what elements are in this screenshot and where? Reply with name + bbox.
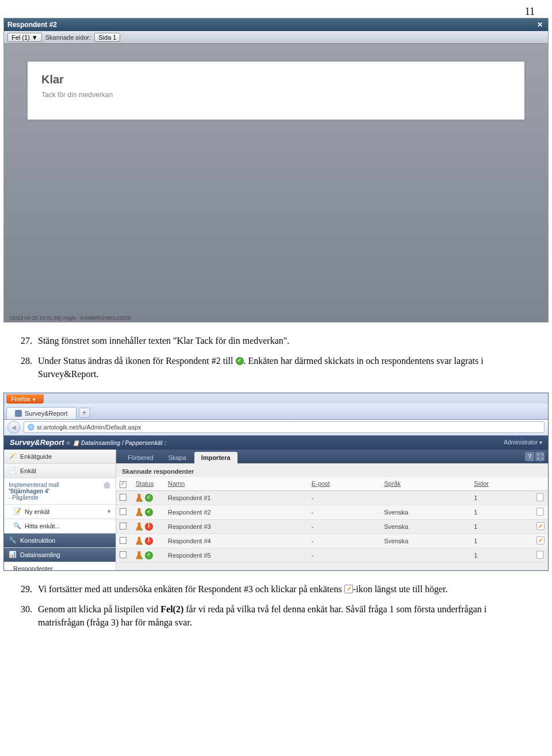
page-button[interactable]: Sida 1 [94, 33, 120, 42]
tab-bar: Survey&Report + [4, 404, 548, 420]
sidebar-item-enkat[interactable]: 📄Enkät [4, 464, 116, 478]
row-checkbox[interactable] [120, 537, 126, 544]
status-ok-icon [145, 551, 153, 559]
list-text-30: Genom att klicka på listpilen vid Fel(2)… [38, 603, 531, 629]
cell-name: Respondent #5 [164, 548, 308, 562]
sidebar-item-data[interactable]: 📊Datainsamling [4, 548, 116, 562]
row-checkbox[interactable] [120, 494, 126, 501]
new-tab-button[interactable]: + [79, 408, 90, 418]
cell-email: - [308, 534, 381, 548]
app-title: Survey&Report « 📋 Datainsamling / Papper… [10, 438, 166, 447]
globe-icon [28, 424, 34, 431]
cell-email: - [308, 490, 381, 505]
new-icon: 📝 [13, 508, 21, 516]
cell-pages: 1 [470, 534, 533, 548]
user-icon [136, 494, 143, 502]
status-error-icon [145, 537, 153, 545]
wizard-icon: 🪄 [9, 452, 17, 460]
search-icon: 🔍 [13, 522, 21, 530]
cell-lang: Svenska [381, 534, 470, 548]
cell-lang [381, 548, 470, 562]
edit-icon [344, 585, 353, 593]
completion-panel: Klar Tack för din medverkan [27, 61, 525, 120]
admin-label[interactable]: Administrator ▾ [504, 439, 542, 446]
row-checkbox[interactable] [120, 523, 126, 529]
list-text-28: Under Status ändras då ikonen för Respon… [38, 354, 531, 381]
sidebar-item-guide[interactable]: 🪄Enkätguide [4, 450, 116, 464]
col-email[interactable]: E-post [308, 477, 381, 491]
panel-heading: Klar [41, 73, 511, 86]
sidebar-item-construction[interactable]: 🔧Konstruktion [4, 534, 116, 548]
cell-name: Respondent #3 [164, 519, 308, 534]
favicon-icon [15, 410, 22, 417]
edit-icon[interactable] [536, 522, 545, 530]
row-checkbox[interactable] [120, 551, 126, 558]
url-bar-row: ◄ sr.artologik.net/lu/Admin/Default.aspx [4, 420, 548, 436]
edit-icon[interactable] [536, 536, 545, 544]
col-name[interactable]: Namn [164, 477, 308, 491]
col-status[interactable]: Status [132, 477, 164, 491]
check-icon [236, 357, 244, 365]
status-ok-icon [145, 508, 153, 516]
close-icon[interactable]: ✕ [535, 20, 545, 29]
list-text-29: Vi fortsätter med att undersöka enkäten … [38, 582, 531, 596]
user-icon [136, 551, 143, 559]
modal-screenshot: Respondent #2 ✕ Fel (1) ▼ Skannade sidor… [3, 18, 549, 323]
col-checkbox [116, 477, 132, 491]
home-icon[interactable] [103, 482, 111, 489]
chevron-icon: ▾ [108, 508, 111, 515]
tab-forbered[interactable]: Förbered [121, 452, 160, 463]
help-icon[interactable]: ? [525, 452, 534, 461]
tools-icon: 🔧 [9, 536, 17, 544]
tab-skapa[interactable]: Skapa [162, 452, 193, 463]
survey-icon: 📄 [9, 467, 17, 475]
main-area: Förbered Skapa Importera ? ⛶ Skannade re… [116, 450, 548, 571]
list-number: 29. [21, 582, 38, 596]
cell-email: - [308, 519, 381, 534]
table-row: Respondent #1-1 [116, 490, 548, 505]
cell-lang: Svenska [381, 519, 470, 534]
back-button[interactable]: ◄ [7, 421, 20, 433]
cell-name: Respondent #2 [164, 505, 308, 519]
row-checkbox[interactable] [120, 508, 126, 515]
tab-importera[interactable]: Importera [194, 452, 237, 463]
document-icon[interactable] [536, 493, 543, 501]
list-text-27: Stäng fönstret som innehåller texten "Kl… [38, 334, 531, 347]
col-pages[interactable]: Sidor [470, 477, 533, 491]
breadcrumb: 📋 Datainsamling / Pappersenkät : [72, 440, 166, 446]
error-dropdown[interactable]: Fel (1) ▼ [7, 33, 42, 42]
respondent-table: Status Namn E-post Språk Sidor Responden… [116, 477, 548, 563]
section-title: Skannade respondenter [116, 463, 548, 477]
scanned-pages-label: Skannade sidor: [45, 34, 91, 41]
sidebar-info: Implementerad mall 'Stjärnhagen 4' - Påg… [4, 478, 116, 505]
cell-email: - [308, 548, 381, 562]
table-row: Respondent #3-Svenska1 [116, 519, 548, 534]
document-icon[interactable] [536, 508, 543, 516]
url-input[interactable]: sr.artologik.net/lu/Admin/Default.aspx [24, 421, 545, 433]
fullscreen-icon[interactable]: ⛶ [535, 452, 545, 461]
sidebar-item-new[interactable]: 📝Ny enkät▾ [4, 505, 116, 519]
scan-footer: (2013-03-25 10.01.59) Angle: -0,04809520… [10, 315, 131, 321]
cell-lang [381, 490, 470, 505]
table-row: Respondent #2-Svenska1 [116, 505, 548, 519]
select-all-checkbox[interactable] [120, 481, 126, 488]
list-number: 27. [21, 334, 38, 347]
sidebar-item-find[interactable]: 🔍Hitta enkät... [4, 519, 116, 534]
sidebar-item-respondents[interactable]: Respondenter [4, 562, 116, 571]
tab-row: Förbered Skapa Importera ? ⛶ [116, 450, 548, 463]
sidebar: 🪄Enkätguide 📄Enkät Implementerad mall 'S… [4, 450, 116, 571]
browser-screenshot: Firefox Survey&Report + ◄ sr.artologik.n… [3, 393, 549, 571]
help-buttons: ? ⛶ [525, 452, 545, 461]
browser-tab[interactable]: Survey&Report [6, 407, 76, 419]
col-lang[interactable]: Språk [381, 477, 470, 491]
document-icon[interactable] [536, 551, 543, 559]
firefox-menu-button[interactable]: Firefox [6, 394, 44, 404]
cell-pages: 1 [470, 519, 533, 534]
window-title: Respondent #2 [7, 21, 57, 29]
cell-lang: Svenska [381, 505, 470, 519]
window-titlebar: Respondent #2 ✕ [4, 18, 548, 31]
user-icon [136, 537, 143, 545]
cell-name: Respondent #4 [164, 534, 308, 548]
list-number: 30. [21, 603, 38, 629]
panel-subtext: Tack för din medverkan [41, 91, 511, 99]
